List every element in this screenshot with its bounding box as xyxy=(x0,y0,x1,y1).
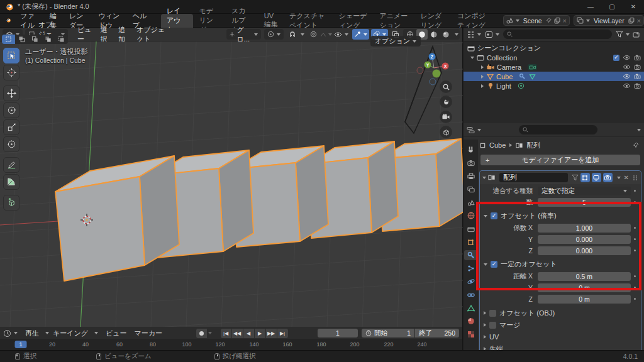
tab-world[interactable] xyxy=(464,211,477,221)
tab-constraints[interactable] xyxy=(464,290,477,300)
merge-section[interactable]: マージ xyxy=(484,320,641,330)
animate-dot-icon[interactable] xyxy=(634,250,636,251)
tab-modifiers[interactable] xyxy=(464,250,477,260)
tab-tool[interactable] xyxy=(464,145,477,155)
tab-particles[interactable] xyxy=(464,263,477,273)
tab-animation[interactable]: アニメーション xyxy=(374,14,415,28)
disable-render-camera-icon[interactable] xyxy=(634,64,641,70)
blender-menu-icon[interactable] xyxy=(5,17,11,24)
remove-view-layer-icon[interactable]: × xyxy=(637,17,641,25)
options-button[interactable]: オプション xyxy=(370,36,421,47)
collapse-chevron-icon[interactable] xyxy=(482,177,486,179)
play-reverse-button[interactable]: ◀ xyxy=(243,329,254,338)
rotate-tool[interactable] xyxy=(3,102,19,118)
constant-offset-checkbox[interactable]: ✓ xyxy=(491,261,497,268)
new-collection-icon[interactable] xyxy=(633,31,641,38)
tab-object-data[interactable] xyxy=(464,303,477,313)
animate-dot-icon[interactable] xyxy=(634,275,636,277)
pin-icon[interactable] xyxy=(633,142,639,148)
snap-toggle[interactable] xyxy=(287,29,298,40)
tab-physics[interactable] xyxy=(464,277,477,287)
gizmo-neg-y[interactable] xyxy=(433,70,441,78)
count-slider[interactable]: 5 xyxy=(538,198,631,207)
previous-keyframe-button[interactable]: ◀◀ xyxy=(232,329,243,338)
pivot-point-dropdown[interactable] xyxy=(264,29,284,40)
collection-checkbox[interactable]: ✓ xyxy=(613,55,619,61)
end-frame-field[interactable]: 終了 250 xyxy=(415,329,459,337)
factor-x-slider[interactable]: 1.000 xyxy=(538,224,631,233)
tab-object[interactable] xyxy=(464,237,477,247)
new-view-layer-icon[interactable] xyxy=(628,18,635,24)
breadcrumb-object[interactable]: Cube xyxy=(489,141,506,149)
offset-obj-section[interactable]: オフセット (OBJ) xyxy=(484,308,641,318)
tab-compositing[interactable]: コンポジティング xyxy=(452,14,497,28)
transform-orientation-dropdown[interactable]: グロ... xyxy=(226,29,261,40)
select-box-tool[interactable] xyxy=(3,48,19,63)
select-mode-extend-button[interactable] xyxy=(15,35,28,44)
offset-factor-section-header[interactable]: ✓ オフセット (倍率) xyxy=(484,211,641,221)
distance-z-slider[interactable]: 0 m xyxy=(538,295,631,304)
pan-button[interactable] xyxy=(440,96,452,108)
3d-viewport-canvas[interactable] xyxy=(0,41,463,327)
tab-texture[interactable] xyxy=(464,329,477,339)
distance-y-slider[interactable]: 0 m xyxy=(538,283,631,292)
animate-dot-icon[interactable] xyxy=(634,298,636,300)
shading-rendered-button[interactable] xyxy=(440,29,452,40)
factor-y-slider[interactable]: 0.000 xyxy=(538,235,631,244)
properties-search-input[interactable] xyxy=(519,125,597,134)
jump-to-end-button[interactable]: ▶| xyxy=(277,329,288,338)
camera-view-button[interactable] xyxy=(440,111,452,123)
next-keyframe-button[interactable]: ▶▶ xyxy=(266,329,277,338)
playback-menu[interactable]: 再生 xyxy=(21,327,43,340)
on-cage-toggle[interactable] xyxy=(580,173,590,182)
cursor-tool[interactable] xyxy=(3,65,19,80)
zoom-button[interactable] xyxy=(440,80,452,93)
outliner-row-scene-collection[interactable]: シーンコレクション xyxy=(464,43,644,53)
disclosure-triangle-icon[interactable] xyxy=(481,75,484,79)
edit-mode-toggle-icon[interactable] xyxy=(572,174,579,181)
animate-dot-icon[interactable] xyxy=(634,287,636,288)
delete-modifier-icon[interactable]: ✕ xyxy=(624,174,629,181)
animate-dot-icon[interactable] xyxy=(634,201,636,203)
tab-output[interactable] xyxy=(464,171,477,181)
hide-eye-icon[interactable] xyxy=(623,83,631,89)
outliner-row-light[interactable]: Light xyxy=(464,81,644,90)
play-button[interactable]: ▶ xyxy=(255,329,265,338)
hide-eye-icon[interactable] xyxy=(623,64,631,70)
extras-chevron-icon[interactable] xyxy=(617,177,621,179)
select-mode-intersect-button[interactable] xyxy=(55,35,68,44)
shading-material-button[interactable] xyxy=(428,29,440,40)
select-mode-new-button[interactable] xyxy=(2,35,15,44)
properties-editor-icon[interactable] xyxy=(467,126,475,134)
new-scene-icon[interactable] xyxy=(554,18,560,24)
timeline-ruler[interactable]: 20 40 60 80 100 120 140 160 180 200 220 … xyxy=(0,340,462,350)
select-mode-subtract-button[interactable] xyxy=(28,35,42,44)
snap-options-chevron-icon[interactable] xyxy=(301,33,304,36)
scale-tool[interactable] xyxy=(3,119,19,135)
outliner-editor-icon[interactable] xyxy=(467,31,475,38)
tab-modeling[interactable]: モデリング xyxy=(193,14,226,28)
tab-uv-editing[interactable]: UV編集 xyxy=(258,14,284,28)
display-mode-icon[interactable] xyxy=(485,31,493,38)
disable-render-camera-icon[interactable] xyxy=(634,83,641,89)
view-layer-selector[interactable]: ViewLayer × xyxy=(574,15,644,26)
tab-view-layer[interactable] xyxy=(464,184,477,194)
drag-handle-icon[interactable] xyxy=(632,175,638,181)
tab-scene[interactable] xyxy=(464,197,477,207)
outliner-row-cube[interactable]: Cube xyxy=(464,72,644,81)
disable-render-camera-icon[interactable] xyxy=(634,74,641,79)
jump-to-start-button[interactable]: |◀ xyxy=(221,329,231,338)
current-frame-field[interactable]: 1 xyxy=(318,329,358,337)
playhead[interactable]: 1 xyxy=(14,341,26,348)
falloff-icon[interactable] xyxy=(321,31,326,38)
add-primitive-tool[interactable] xyxy=(3,195,19,211)
offset-factor-checkbox[interactable]: ✓ xyxy=(491,212,497,219)
close-button[interactable]: ✕ xyxy=(623,0,644,14)
add-modifier-button[interactable]: + モディファイアーを追加 xyxy=(480,155,640,165)
breadcrumb-modifier[interactable]: 配列 xyxy=(526,141,540,150)
disclosure-triangle-icon[interactable] xyxy=(481,84,484,88)
show-render-toggle[interactable] xyxy=(603,173,613,182)
gizmos-toggle[interactable] xyxy=(352,29,369,40)
start-frame-field[interactable]: 開始 1 xyxy=(362,329,414,337)
keying-menu[interactable]: キーイング xyxy=(49,327,92,340)
